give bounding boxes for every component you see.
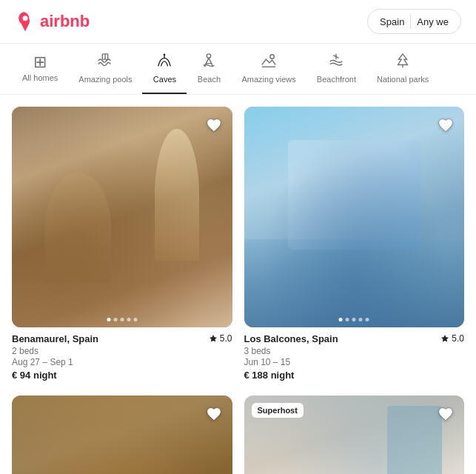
heart-icon — [206, 117, 222, 133]
dot — [339, 318, 343, 321]
listing-rating: 5.0 — [440, 333, 464, 344]
amazing-pools-icon — [97, 53, 113, 72]
listing-price: € 188 night — [244, 370, 465, 381]
listing-rating: 5.0 — [209, 333, 232, 344]
airbnb-logo-icon — [15, 11, 36, 32]
star-icon — [440, 334, 449, 343]
cat-amazing-views[interactable]: Amazing views — [231, 44, 306, 94]
image-dots-benamaurel — [107, 318, 137, 321]
cat-all-homes[interactable]: ⊞ All homes — [12, 45, 68, 93]
heart-icon — [438, 117, 454, 133]
category-nav: ⊞ All homes Amazing pools Caves — [0, 44, 476, 95]
cat-caves-label: Caves — [153, 75, 176, 84]
beach-icon — [201, 53, 217, 72]
cat-beachfront[interactable]: Beachfront — [306, 44, 366, 94]
rating-value: 5.0 — [220, 333, 232, 344]
dot — [107, 318, 110, 321]
cat-amazing-pools[interactable]: Amazing pools — [68, 44, 142, 94]
cat-caves[interactable]: Caves — [142, 44, 187, 94]
logo-text: airbnb — [40, 12, 90, 31]
dot — [352, 318, 356, 321]
wishlist-button-valtierra[interactable] — [203, 403, 225, 427]
listing-dates: Aug 27 – Sep 1 — [12, 357, 232, 367]
listing-location: Los Balcones, Spain — [244, 333, 338, 344]
listing-image-guadix: Superhost — [244, 395, 465, 475]
caves-icon — [156, 53, 172, 72]
header: airbnb Spain Any we — [0, 0, 476, 44]
listing-image-losbalcones — [244, 107, 465, 327]
cat-national-parks-label: National parks — [377, 75, 429, 84]
beachfront-icon — [328, 53, 344, 72]
dot — [346, 318, 349, 321]
dot — [120, 318, 124, 321]
listing-price: € 94 night — [12, 370, 232, 381]
star-icon — [209, 334, 218, 343]
listing-beds: 2 beds — [12, 346, 232, 356]
all-homes-icon: ⊞ — [33, 54, 47, 70]
dot — [366, 318, 369, 321]
cat-beach-label: Beach — [198, 75, 221, 84]
listing-info-losbalcones: Los Balcones, Spain 5.0 3 beds Jun 10 – … — [244, 333, 465, 381]
listing-location: Benamaurel, Spain — [12, 333, 98, 344]
cat-all-homes-label: All homes — [22, 73, 58, 82]
svg-point-7 — [270, 55, 275, 59]
heart-icon — [438, 406, 454, 422]
listing-info-benamaurel: Benamaurel, Spain 5.0 2 beds Aug 27 – Se… — [12, 333, 232, 381]
rating-value: 5.0 — [452, 333, 464, 344]
svg-point-3 — [164, 53, 166, 56]
airbnb-logo[interactable]: airbnb — [15, 11, 90, 32]
dot — [133, 318, 137, 321]
image-dots-losbalcones — [339, 318, 369, 321]
listings-grid: Benamaurel, Spain 5.0 2 beds Aug 27 – Se… — [0, 95, 476, 474]
location-pill[interactable]: Spain Any we — [367, 9, 461, 34]
heart-icon — [206, 406, 222, 422]
cat-beachfront-label: Beachfront — [317, 75, 356, 84]
dot — [113, 318, 117, 321]
listing-image-valtierra — [12, 395, 232, 475]
listing-card-guadix[interactable]: Superhost Guadix, Spain 4.76 — [244, 395, 465, 475]
listing-card-valtierra[interactable]: Valtierra, Spain New 7 single beds Jun 1… — [12, 395, 232, 475]
listing-beds: 3 beds — [244, 346, 465, 356]
listing-card-benamaurel[interactable]: Benamaurel, Spain 5.0 2 beds Aug 27 – Se… — [12, 107, 232, 381]
price-amount: € 188 — [244, 370, 269, 381]
listing-dates: Jun 10 – 15 — [244, 357, 465, 367]
dates-label: Any we — [417, 16, 449, 27]
dot — [127, 318, 130, 321]
header-search[interactable]: Spain Any we — [367, 9, 461, 34]
amazing-views-icon — [261, 53, 277, 72]
cat-amazing-pools-label: Amazing pools — [78, 75, 132, 84]
cat-beach[interactable]: Beach — [187, 44, 231, 94]
location-label: Spain — [380, 16, 404, 27]
superhost-badge: Superhost — [252, 403, 304, 418]
national-parks-icon — [395, 53, 411, 72]
listing-card-losbalcones[interactable]: Los Balcones, Spain 5.0 3 beds Jun 10 – … — [244, 107, 465, 381]
cat-national-parks[interactable]: National parks — [366, 44, 439, 94]
listing-image-benamaurel — [12, 107, 232, 327]
wishlist-button-guadix[interactable] — [435, 403, 457, 427]
wishlist-button-losbalcones[interactable] — [435, 114, 457, 138]
dot — [359, 318, 363, 321]
cat-amazing-views-label: Amazing views — [241, 75, 295, 84]
wishlist-button-benamaurel[interactable] — [203, 114, 225, 138]
price-unit: night — [33, 370, 57, 381]
pill-divider — [410, 14, 411, 29]
price-amount: € 94 — [12, 370, 30, 381]
price-unit: night — [271, 370, 295, 381]
